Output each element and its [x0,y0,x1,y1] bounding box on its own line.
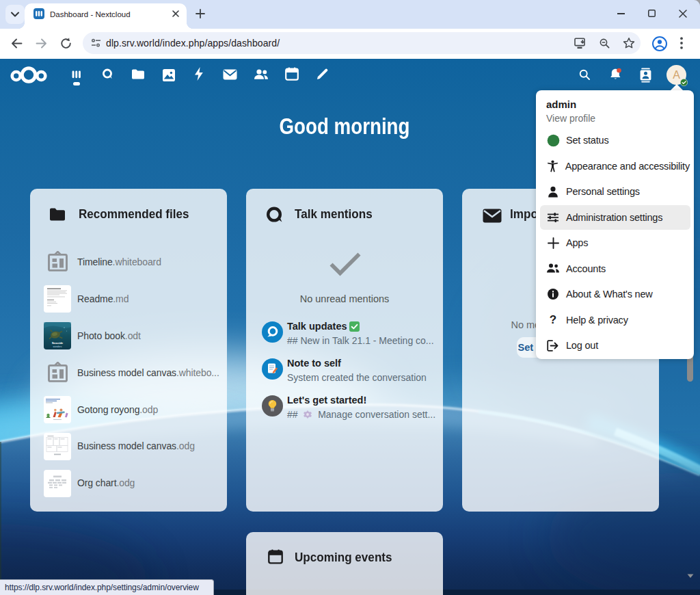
svg-text:Seaside: Seaside [52,341,64,345]
svg-text:wonders: wonders [53,345,62,348]
